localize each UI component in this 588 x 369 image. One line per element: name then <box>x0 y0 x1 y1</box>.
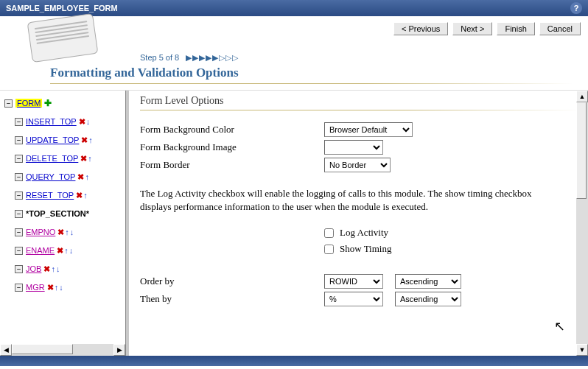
show-timing-label: Show Timing <box>340 243 391 255</box>
content-panel: Form Level Options Form Background Color… <box>130 91 588 356</box>
scroll-track[interactable] <box>576 102 588 344</box>
collapse-icon[interactable]: − <box>15 228 23 236</box>
collapse-icon[interactable]: − <box>15 155 23 163</box>
tree-item-mgr[interactable]: − MGR ✖↑↓ <box>15 279 125 295</box>
step-indicator: Step 5 of 8 ▶▶▶▶▶▷▷▷ <box>140 53 581 63</box>
collapse-icon[interactable]: − <box>15 118 23 126</box>
scroll-right-button[interactable]: ▶ <box>113 344 125 356</box>
delete-icon[interactable]: ✖ <box>80 154 87 164</box>
tree-children: − INSERT_TOP ✖↓ − UPDATE_TOP ✖↑ − DELETE… <box>15 113 125 295</box>
tree-item-label[interactable]: QUERY_TOP <box>26 172 75 181</box>
tree-item-ename[interactable]: − ENAME ✖↑↓ <box>15 242 125 259</box>
then-by-label: Then by <box>140 293 324 305</box>
tree-item-update-top[interactable]: − UPDATE_TOP ✖↑ <box>15 132 125 148</box>
next-button[interactable]: Next > <box>452 22 492 35</box>
row-bg-image: Form Background Image <box>140 138 581 156</box>
section-title: Form Level Options <box>140 95 581 107</box>
collapse-icon[interactable]: − <box>15 191 23 200</box>
arrow-down-icon[interactable]: ↓ <box>69 246 74 255</box>
help-icon[interactable]: ? <box>570 2 582 14</box>
tree-item-job[interactable]: − JOB ✖↑↓ <box>15 261 125 277</box>
tree-item-label[interactable]: UPDATE_TOP <box>26 136 79 144</box>
order-by-column-select[interactable]: ROWID <box>324 274 383 289</box>
tree-item-label[interactable]: MGR <box>26 283 45 292</box>
collapse-icon[interactable]: − <box>15 136 23 144</box>
step-text: Step 5 of 8 <box>140 53 179 62</box>
notepad-sketch-icon <box>29 18 96 61</box>
tree-item-label[interactable]: DELETE_TOP <box>26 154 78 163</box>
scroll-down-button[interactable]: ▼ <box>576 344 588 356</box>
order-by-label: Order by <box>140 275 324 287</box>
tree-item-label[interactable]: JOB <box>26 264 41 273</box>
arrow-up-icon[interactable]: ↑ <box>55 283 59 292</box>
arrow-down-icon[interactable]: ↓ <box>59 283 63 292</box>
delete-icon[interactable]: ✖ <box>77 172 84 182</box>
add-icon[interactable]: ✚ <box>44 98 52 108</box>
bg-image-select[interactable] <box>324 140 383 155</box>
scroll-thumb[interactable] <box>12 344 73 354</box>
arrow-up-icon[interactable]: ↑ <box>85 172 89 181</box>
scroll-up-button[interactable]: ▲ <box>576 91 588 102</box>
tree-item-label[interactable]: ENAME <box>26 246 55 255</box>
bg-color-select[interactable]: Browser Default <box>324 122 413 137</box>
order-by-dir-select[interactable]: Ascending <box>395 274 461 289</box>
arrow-up-icon[interactable]: ↑ <box>64 246 69 255</box>
delete-icon[interactable]: ✖ <box>81 136 88 145</box>
delete-icon[interactable]: ✖ <box>76 191 83 200</box>
log-activity-checkbox[interactable] <box>324 228 334 238</box>
tree-item-query-top[interactable]: − QUERY_TOP ✖↑ <box>15 169 125 185</box>
border-select[interactable]: No Border <box>324 158 391 172</box>
tree-item-label[interactable]: RESET_TOP <box>26 191 74 200</box>
tree-root-form[interactable]: − FORM ✚ <box>4 95 125 111</box>
arrow-up-icon[interactable]: ↑ <box>88 154 92 163</box>
collapse-icon[interactable]: − <box>15 173 23 181</box>
row-order-by: Order by ROWID Ascending <box>140 273 581 290</box>
tree-item-delete-top[interactable]: − DELETE_TOP ✖↑ <box>15 150 125 166</box>
border-label: Form Border <box>140 159 324 171</box>
row-log-activity: Log Activity <box>324 225 581 240</box>
tree-item-top-section[interactable]: − *TOP_SECTION* <box>15 205 125 222</box>
tree-item-label: *TOP_SECTION* <box>26 209 89 218</box>
content-vertical-scrollbar[interactable]: ▲ ▼ <box>576 91 588 356</box>
scroll-thumb[interactable] <box>576 102 587 199</box>
delete-icon[interactable]: ✖ <box>57 228 64 237</box>
collapse-icon[interactable]: − <box>15 210 23 218</box>
delete-icon[interactable]: ✖ <box>47 283 54 292</box>
arrow-up-icon[interactable]: ↑ <box>65 228 69 236</box>
arrow-up-icon[interactable]: ↑ <box>51 264 55 273</box>
cancel-button[interactable]: Cancel <box>539 22 581 35</box>
arrow-up-icon[interactable]: ↑ <box>88 136 93 144</box>
tree-item-label[interactable]: EMPNO <box>26 228 55 236</box>
delete-icon[interactable]: ✖ <box>57 246 63 256</box>
arrow-up-icon[interactable]: ↑ <box>83 191 88 200</box>
arrow-down-icon[interactable]: ↓ <box>86 117 91 126</box>
scroll-left-button[interactable]: ◀ <box>0 344 12 356</box>
row-bg-color: Form Background Color Browser Default <box>140 121 581 138</box>
tree-horizontal-scrollbar[interactable]: ◀ ▶ <box>0 344 125 356</box>
collapse-icon[interactable]: − <box>15 247 23 255</box>
then-by-column-select[interactable]: % <box>324 292 383 306</box>
info-text: The Log Activity checkbox will enable th… <box>140 187 581 214</box>
window-title: SAMPLE_EMPLOYEE_FORM <box>6 4 118 13</box>
page-title: Formatting and Validation Options <box>50 66 581 80</box>
finish-button[interactable]: Finish <box>497 22 534 35</box>
tree-item-reset-top[interactable]: − RESET_TOP ✖↑ <box>15 187 125 203</box>
collapse-icon[interactable]: − <box>15 284 23 292</box>
collapse-icon[interactable]: − <box>4 99 13 108</box>
delete-icon[interactable]: ✖ <box>79 117 85 127</box>
log-activity-label: Log Activity <box>340 227 388 239</box>
then-by-dir-select[interactable]: Ascending <box>395 292 461 306</box>
tree-panel: − FORM ✚ − INSERT_TOP ✖↓ − UPDATE_TOP ✖↑… <box>0 91 125 356</box>
tree-item-empno[interactable]: − EMPNO ✖↑↓ <box>15 224 125 240</box>
tree-root-label[interactable]: FORM <box>15 99 42 108</box>
collapse-icon[interactable]: − <box>15 265 23 273</box>
tree-item-insert-top[interactable]: − INSERT_TOP ✖↓ <box>15 113 125 130</box>
show-timing-checkbox[interactable] <box>324 245 334 254</box>
wizard-buttons: < Previous Next > Finish Cancel <box>393 22 581 35</box>
scroll-track[interactable] <box>12 344 113 356</box>
arrow-down-icon[interactable]: ↓ <box>56 264 60 273</box>
tree-item-label[interactable]: INSERT_TOP <box>26 117 77 126</box>
arrow-down-icon[interactable]: ↓ <box>70 228 74 236</box>
previous-button[interactable]: < Previous <box>393 22 448 35</box>
delete-icon[interactable]: ✖ <box>43 264 50 274</box>
